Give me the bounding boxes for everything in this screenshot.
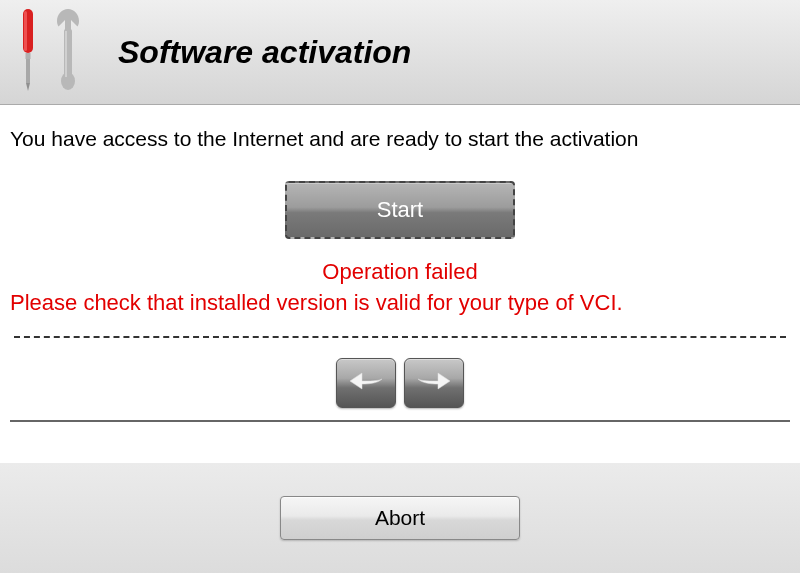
start-button[interactable]: Start <box>285 181 515 239</box>
abort-button[interactable]: Abort <box>280 496 520 540</box>
back-button[interactable] <box>336 358 396 408</box>
instruction-text: You have access to the Internet and are … <box>10 127 790 151</box>
screwdriver-icon <box>12 9 44 95</box>
arrow-right-icon <box>416 369 452 396</box>
error-line-2: Please check that installed version is v… <box>10 290 790 316</box>
wrench-icon <box>48 9 88 95</box>
nav-controls <box>10 348 790 422</box>
svg-rect-1 <box>24 11 27 51</box>
footer-bar: Abort <box>0 463 800 573</box>
start-button-container: Start <box>10 181 790 239</box>
error-line-1: Operation failed <box>10 257 790 288</box>
svg-marker-4 <box>26 83 30 91</box>
svg-rect-2 <box>26 53 31 59</box>
arrow-left-icon <box>348 369 384 396</box>
page-title: Software activation <box>118 34 411 71</box>
error-message: Operation failed <box>10 257 790 288</box>
forward-button[interactable] <box>404 358 464 408</box>
section-divider <box>14 336 786 338</box>
header-bar: Software activation <box>0 0 800 105</box>
svg-point-6 <box>61 72 75 90</box>
svg-rect-3 <box>26 59 30 83</box>
header-icon-group <box>12 9 88 95</box>
main-content: You have access to the Internet and are … <box>0 105 800 463</box>
svg-rect-7 <box>65 31 67 77</box>
